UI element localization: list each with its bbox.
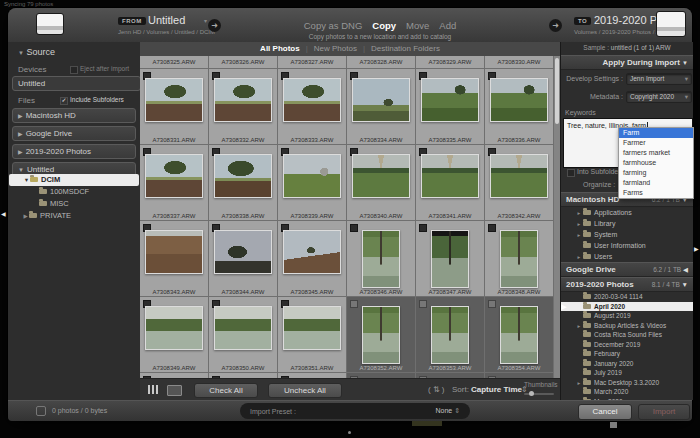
photo-cell[interactable]: A7308337.ARW [140,145,209,221]
photo-checkbox[interactable] [419,224,427,232]
photo-thumbnail[interactable] [283,306,341,350]
loupe-view-icon[interactable] [167,385,182,396]
destination-volume-2019-2020-photos[interactable]: 2019-2020 Photos8.1 / 4 TB ▼ [561,277,693,292]
photo-cell[interactable]: A7308346.ARW [347,221,416,297]
device-untitled-button[interactable]: Untitled [12,76,141,91]
source-folder-private[interactable]: ▶PRIVATE [8,210,140,222]
source-collapse-icon[interactable]: ▼ [18,50,24,56]
destination-volume-google-drive[interactable]: Google Drive6.2 / 1 TB ◀ [561,262,693,277]
destination-folder-july-2019[interactable]: July 2019 [561,368,693,378]
tab-new-photos[interactable]: New Photos [314,44,357,53]
photo-thumbnail[interactable] [431,306,469,364]
collapse-icon[interactable]: ▼ [18,167,24,173]
collapse-icon[interactable]: ▼ [23,174,30,186]
destination-folder-user-information[interactable]: User Information [561,240,693,251]
grid-scrollbar-thumb[interactable] [555,58,559,124]
photo-cell[interactable]: A7308343.ARW [140,221,209,297]
photo-thumbnail[interactable] [431,230,469,288]
destination-folder-library[interactable]: ▸Library [561,218,693,229]
keyword-suggestion-farm[interactable]: Farm [619,128,693,138]
photo-thumbnail[interactable] [145,306,203,350]
source-folder-dcim[interactable]: ▼DCIM [9,174,139,186]
photo-cell[interactable]: A7308342.ARW [485,145,554,221]
photo-thumbnail[interactable] [421,154,479,198]
photo-cell[interactable]: A7308339.ARW [278,145,347,221]
destination-folder-users[interactable]: ▸Users [561,251,693,262]
apply-during-import-header[interactable]: Apply During Import ▼ [561,55,693,70]
photo-checkbox[interactable] [488,224,496,232]
keyword-suggestion-farmers-market[interactable]: farmers market [619,148,693,158]
photo-cell[interactable]: A7308335.ARW [416,69,485,145]
destination-folder-backup-articles-videos[interactable]: ▸Backup Articles & Videos [561,321,693,331]
photo-cell[interactable]: A7308354.ARW [485,297,554,373]
photo-cell[interactable]: A7308350.ARW [209,297,278,373]
photo-cell[interactable]: A7308351.ARW [278,297,347,373]
tab-all-photos[interactable]: All Photos [260,44,300,53]
expand-icon[interactable]: ▶ [18,149,23,155]
import-preset-bar[interactable]: Import Preset : None ⇕ [240,403,470,419]
mode-copy-as-dng[interactable]: Copy as DNG [304,20,363,31]
photo-cell[interactable]: A7308341.ARW [416,145,485,221]
to-arrow-icon[interactable]: ➜ [549,19,562,32]
import-preset-value[interactable]: None ⇕ [435,407,460,415]
keyword-suggestion-farmer[interactable]: Farmer [619,138,693,148]
mode-copy[interactable]: Copy [372,20,396,31]
mode-move[interactable]: Move [406,20,429,31]
expand-icon[interactable]: ▶ [22,210,29,222]
sort-direction-icon[interactable]: ( ⇅ ) [428,385,444,394]
expand-icon[interactable]: ▸ [575,322,583,331]
photo-cell[interactable]: A7308345.ARW [278,221,347,297]
source-volume-macintosh-hd[interactable]: ▶Macintosh HD [12,108,136,123]
photo-thumbnail[interactable] [145,78,203,122]
photo-checkbox[interactable] [350,300,358,308]
photo-thumbnail[interactable] [490,78,548,122]
photo-cell[interactable]: A7308333.ARW [278,69,347,145]
expand-icon[interactable]: ▸ [575,379,583,388]
from-arrow-icon[interactable]: ➜ [208,19,221,32]
include-subfolders-checkbox[interactable]: ✓ [60,97,68,105]
photo-thumbnail[interactable] [214,230,272,274]
destination-folder-2020-03-04-1114[interactable]: 2020-03-04 1114 [561,292,693,302]
sort-value[interactable]: Capture Time [471,385,522,394]
destination-folder-system[interactable]: ▸System [561,229,693,240]
photo-checkbox[interactable] [488,300,496,308]
photo-cell[interactable]: A7308352.ARW [347,297,416,373]
grid-view-icon[interactable] [148,385,160,394]
photo-thumbnail[interactable] [283,78,341,122]
photo-thumbnail[interactable] [214,154,272,198]
expand-icon[interactable]: ▶ [18,131,23,137]
into-subfolder-checkbox[interactable] [567,169,575,177]
keyword-suggestion-farmland[interactable]: farmland [619,178,693,188]
destination-folder-costa-rica-sound-files[interactable]: Costa Rica Sound Files [561,330,693,340]
expand-icon[interactable]: ▸ [575,219,583,229]
photo-thumbnail[interactable] [214,306,272,350]
photo-thumbnail[interactable] [145,230,203,274]
destination-folder-applications[interactable]: ▸Applications [561,207,693,218]
metadata-dropdown[interactable]: Copyright 2020▾ [626,91,692,103]
expand-icon[interactable]: ▸ [575,230,583,240]
keyword-suggestion-farmhouse[interactable]: farmhouse [619,158,693,168]
photo-thumbnail[interactable] [283,230,341,274]
photo-cell[interactable]: A7308347.ARW [416,221,485,297]
photo-thumbnail[interactable] [352,78,410,122]
photo-thumbnail[interactable] [362,230,400,288]
expand-icon[interactable]: ▸ [575,208,583,218]
photo-cell[interactable]: A7308334.ARW [347,69,416,145]
keyword-suggestion-farms[interactable]: Farms [619,188,693,198]
cancel-button[interactable]: Cancel [578,404,632,420]
tab-destination-folders[interactable]: Destination Folders [371,44,440,53]
photo-cell[interactable]: A7308331.ARW [140,69,209,145]
destination-folder-march-2020[interactable]: March 2020 [561,387,693,397]
photo-cell[interactable]: A7308336.ARW [485,69,554,145]
destination-folder-january-2020[interactable]: January 2020 [561,359,693,369]
photo-cell[interactable]: A7308344.ARW [209,221,278,297]
source-volume-google-drive[interactable]: ▶Google Drive [12,126,136,141]
destination-folder-december-2019[interactable]: December 2019 [561,340,693,350]
thumbnail-size-slider-knob[interactable] [529,391,534,396]
develop-settings-dropdown[interactable]: Jenn Import▾ [626,73,692,85]
uncheck-all-button[interactable]: Uncheck All [268,383,342,398]
photo-thumbnail[interactable] [490,154,548,198]
keyword-suggestion-farming[interactable]: farming [619,168,693,178]
photo-thumbnail[interactable] [421,78,479,122]
source-folder-100msdcf[interactable]: 100MSDCF [8,186,140,198]
